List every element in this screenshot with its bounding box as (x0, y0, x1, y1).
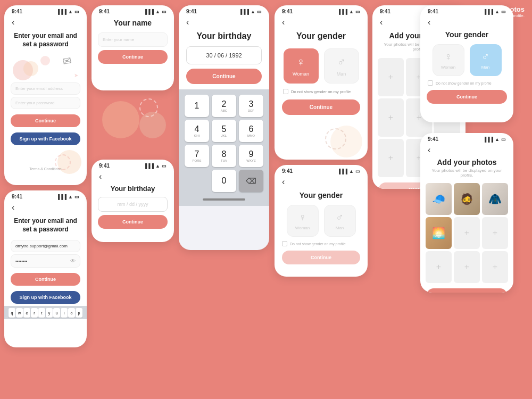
email-screen-empty: 9:41 ▐▐▐ ▲ ▭ ‹ Enter your email and set … (4, 5, 87, 185)
gender-option-male-unselected[interactable]: ♂ Man (324, 48, 359, 84)
male-icon: ♂ (337, 55, 346, 69)
key-7[interactable]: 7 PQRS (185, 145, 209, 167)
checkbox-label-female: Do not show gender on my profile (291, 89, 351, 94)
checkbox-row-male: Do not show gender on my profile (420, 80, 513, 86)
wifi-icon-2: ▲ (68, 194, 73, 200)
key-r[interactable]: r (31, 308, 38, 318)
status-bar-4: 9:41 ▐▐▐ ▲ ▭ (92, 160, 174, 170)
key-delete[interactable]: ⌫ (239, 170, 263, 192)
password-dots: •••••••• (15, 259, 27, 263)
gender-option-male-selected[interactable]: ♂ Man (470, 44, 502, 76)
status-icons-6: ▐▐▐ ▲ ▭ (337, 9, 360, 14)
photo-cell-7[interactable]: + (378, 139, 404, 177)
key-q[interactable]: q (9, 308, 15, 318)
status-icons-8: ▐▐▐ ▲ ▭ (483, 9, 506, 14)
gender-option-female-m[interactable]: ♀ Woman (433, 44, 464, 76)
key-9[interactable]: 9 WXYZ (239, 145, 263, 167)
status-bar-7: 9:41 ▐▐▐ ▲ ▭ (275, 165, 368, 175)
back-button-8[interactable]: ‹ (420, 15, 513, 29)
back-button-5[interactable]: ‹ (179, 15, 269, 29)
facebook-button-2[interactable]: Sign up with Facebook (11, 291, 80, 304)
key-t[interactable]: t (38, 308, 45, 318)
key-8[interactable]: 8 TUV (212, 145, 236, 167)
continue-button-birthday-empty[interactable]: Continue (98, 215, 168, 229)
gender-screen-unselected: 9:41 ▐▐▐ ▲ ▭ ‹ Your gender ♀ Woman ♂ Man (275, 165, 368, 277)
female-label-m: Woman (441, 65, 455, 70)
name-title: Your name (92, 15, 174, 32)
key-p[interactable]: p (76, 308, 82, 318)
password-input-1[interactable]: Enter your password (11, 97, 80, 109)
key-w[interactable]: w (16, 308, 23, 318)
gender-deco (275, 115, 368, 147)
key-o[interactable]: o (68, 308, 75, 318)
key-i[interactable]: i (61, 308, 68, 318)
photos-grid-filled: 🧢 🧔 🧥 🌅 + + + + + (420, 181, 513, 285)
birthday-date-display[interactable]: 30 / 06 / 1992 (186, 46, 262, 64)
key-3[interactable]: 3 DEF (239, 95, 263, 117)
photo-cell-4[interactable]: + (378, 98, 404, 137)
time-2: 9:41 (12, 194, 22, 200)
back-button-10[interactable]: ‹ (420, 143, 513, 157)
back-button-1[interactable]: ‹ (4, 15, 87, 29)
wifi-icon: ▲ (68, 9, 73, 14)
photo-filled-3[interactable]: 🧥 (482, 183, 508, 215)
facebook-button-1[interactable]: Sign up with Facebook (11, 132, 80, 145)
photo-empty-7[interactable]: + (426, 251, 452, 283)
gender-checkbox-un[interactable] (282, 241, 287, 246)
eye-icon[interactable]: 👁 (70, 258, 76, 264)
photo-empty-8[interactable]: + (454, 251, 480, 283)
email-title-1: Enter your email and set a password (4, 29, 87, 53)
birthday-input-empty[interactable]: mm / dd / yyyy (98, 197, 168, 212)
back-button-7[interactable]: ‹ (275, 175, 368, 189)
email-input-2[interactable]: dmytro.support@gmail.com (11, 240, 80, 252)
gender-option-male-un[interactable]: ♂ Man (324, 205, 356, 237)
deco-circle-2 (23, 61, 38, 76)
status-bar-10: 9:41 ▐▐▐ ▲ ▭ (420, 133, 513, 143)
photo-empty-6[interactable]: + (482, 217, 508, 249)
continue-button-1[interactable]: Continue (11, 114, 80, 127)
signal-icon-7: ▐▐▐ (337, 169, 347, 174)
gender-checkbox-female[interactable] (283, 89, 288, 94)
status-icons-5: ▐▐▐ ▲ ▭ (239, 9, 262, 14)
continue-button-photos-filled[interactable]: Continue (427, 288, 507, 293)
key-1[interactable]: 1 (185, 95, 209, 117)
key-y[interactable]: y (46, 308, 53, 318)
photo-filled-4[interactable]: 🌅 (426, 217, 452, 249)
email-title-2: Enter your email and set a password (4, 214, 87, 238)
photo-empty-9[interactable]: + (482, 251, 508, 283)
name-input[interactable]: Enter your name (98, 32, 168, 47)
name-screen: 9:41 ▐▐▐ ▲ ▭ Your name Enter your name C… (92, 5, 174, 90)
continue-button-gender-female[interactable]: Continue (282, 99, 360, 115)
back-button-4[interactable]: ‹ (92, 170, 174, 184)
gender-option-female-selected[interactable]: ♀ Woman (284, 48, 319, 84)
signal-icon-2: ▐▐▐ (56, 194, 66, 200)
continue-button-gender-male[interactable]: Continue (427, 90, 507, 104)
password-input-2[interactable]: •••••••• 👁 (11, 254, 80, 268)
deco-circle-gender2 (325, 128, 346, 149)
continue-button-gender-un[interactable]: Continue (282, 251, 360, 264)
male-label-un: Man (336, 226, 344, 230)
photo-filled-2[interactable]: 🧔 (454, 183, 480, 215)
back-button-6[interactable]: ‹ (275, 15, 368, 29)
email-input-1[interactable]: Enter your email address (11, 82, 80, 95)
wifi-icon-6: ▲ (349, 9, 354, 14)
continue-button-name[interactable]: Continue (98, 50, 168, 64)
continue-button-2[interactable]: Continue (11, 273, 80, 286)
key-u[interactable]: u (53, 308, 60, 318)
continue-button-birthday[interactable]: Continue (186, 69, 262, 84)
photo-filled-1[interactable]: 🧢 (426, 183, 452, 215)
gender-screen-female: 9:41 ▐▐▐ ▲ ▭ ‹ Your gender ♀ Woman ♂ Man (275, 5, 368, 160)
key-4[interactable]: 4 GHI (185, 120, 209, 142)
checkbox-row-unselected: Do not show gender on my profile (275, 241, 368, 246)
key-5[interactable]: 5 JKL (212, 120, 236, 142)
back-button-2[interactable]: ‹ (4, 201, 87, 214)
key-e[interactable]: e (23, 308, 30, 318)
gender-option-female-un[interactable]: ♀ Woman (287, 205, 319, 237)
gender-checkbox-male[interactable] (428, 80, 433, 86)
photo-cell-1[interactable]: + (378, 58, 404, 96)
battery-icon-6: ▭ (355, 9, 360, 14)
photo-empty-5[interactable]: + (454, 217, 480, 249)
key-2[interactable]: 2 ABC (212, 95, 236, 117)
key-6[interactable]: 6 MNO (239, 120, 263, 142)
key-0[interactable]: 0 (212, 170, 236, 192)
